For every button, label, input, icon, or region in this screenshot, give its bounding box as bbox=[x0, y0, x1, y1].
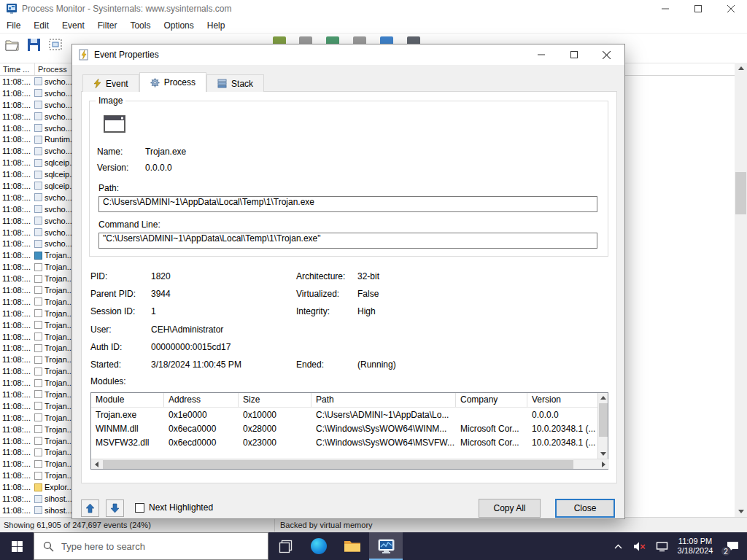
tab-stack-label: Stack bbox=[231, 79, 253, 89]
column-header-time[interactable]: Time ... bbox=[0, 63, 35, 75]
taskbar-clock[interactable]: 11:09 PM 3/18/2024 bbox=[673, 537, 718, 556]
event-time: 11:08:... bbox=[0, 437, 34, 446]
menu-item[interactable]: File bbox=[0, 18, 27, 33]
command-line-field[interactable]: "C:\Users\ADMINI~1\AppData\Local\Temp\1\… bbox=[98, 233, 597, 249]
process-icon bbox=[34, 368, 42, 376]
dialog-close-button[interactable] bbox=[590, 44, 623, 65]
edge-taskbar-button[interactable] bbox=[302, 532, 336, 560]
previous-event-button[interactable] bbox=[81, 499, 99, 517]
tab-stack[interactable]: Stack bbox=[206, 74, 264, 92]
process-icon bbox=[34, 252, 42, 260]
session-id-label: Session ID: bbox=[90, 306, 135, 316]
arrow-up-icon bbox=[85, 503, 95, 513]
virtualized-value: False bbox=[357, 289, 379, 299]
event-time: 11:08:... bbox=[0, 101, 34, 109]
path-column-header[interactable]: Path bbox=[311, 393, 456, 407]
process-icon bbox=[34, 124, 42, 132]
event-time: 11:08:... bbox=[0, 147, 34, 155]
module-row[interactable]: WINMM.dll 0x6eca0000 0x28000 C:\Windows\… bbox=[91, 421, 598, 435]
module-size: 0x23000 bbox=[239, 438, 311, 448]
scrollbar-thumb[interactable] bbox=[735, 172, 746, 214]
start-button[interactable] bbox=[0, 532, 34, 560]
ended-value: (Running) bbox=[357, 359, 396, 370]
file-explorer-taskbar-button[interactable] bbox=[336, 532, 369, 560]
close-button[interactable] bbox=[714, 0, 747, 18]
copy-all-button[interactable]: Copy All bbox=[479, 499, 541, 518]
taskbar-search[interactable] bbox=[34, 532, 268, 560]
modules-scroll-left-icon[interactable] bbox=[91, 459, 102, 470]
path-field[interactable]: C:\Users\ADMINI~1\AppData\Local\Temp\1\T… bbox=[98, 196, 597, 212]
volume-muted-icon bbox=[633, 541, 646, 552]
process-tab-panel: Image Name: Trojan.exe Version: 0.0.0.0 … bbox=[81, 91, 617, 483]
menu-item[interactable]: Options bbox=[157, 18, 200, 33]
modules-horizontal-scrollbar[interactable] bbox=[91, 459, 609, 469]
save-icon[interactable] bbox=[26, 38, 42, 52]
version-column-header[interactable]: Version bbox=[527, 393, 598, 407]
scroll-up-icon[interactable] bbox=[735, 63, 747, 74]
event-process-name: Trojan... bbox=[44, 425, 74, 434]
main-scrollbar[interactable] bbox=[735, 63, 747, 517]
menu-item[interactable]: Tools bbox=[123, 18, 157, 33]
event-process-name: Trojan... bbox=[44, 390, 74, 399]
procmon-icon bbox=[378, 539, 395, 554]
user-label: User: bbox=[90, 324, 112, 335]
dialog-minimize-button[interactable] bbox=[525, 44, 557, 65]
dialog-maximize-button[interactable] bbox=[557, 44, 590, 65]
menu-item[interactable]: Edit bbox=[27, 18, 55, 33]
event-process-name: Trojan... bbox=[44, 378, 74, 387]
event-process-name: svcho... bbox=[44, 147, 72, 155]
event-process-name: Trojan... bbox=[44, 298, 74, 306]
modules-label: Modules: bbox=[90, 376, 126, 386]
dialog-tabs: Event Process Stack bbox=[82, 72, 264, 92]
next-highlighted-checkbox[interactable] bbox=[135, 503, 144, 513]
event-time: 11:08:... bbox=[0, 135, 34, 144]
modules-scroll-up-icon[interactable] bbox=[598, 393, 608, 402]
event-time: 11:08:... bbox=[0, 77, 34, 86]
event-time: 11:08:... bbox=[0, 321, 34, 330]
module-row[interactable]: MSVFW32.dll 0x6ecd0000 0x23000 C:\Window… bbox=[91, 435, 598, 449]
maximize-button[interactable] bbox=[681, 0, 714, 18]
menu-item[interactable]: Event bbox=[55, 18, 91, 33]
tab-process[interactable]: Process bbox=[139, 72, 206, 92]
event-process-name: Explor... bbox=[44, 483, 74, 491]
action-center-button[interactable]: 2 bbox=[718, 532, 747, 560]
event-time: 11:08:... bbox=[0, 205, 34, 214]
event-time: 11:08:... bbox=[0, 112, 34, 121]
menu-item[interactable]: Help bbox=[201, 18, 232, 33]
next-event-button[interactable] bbox=[106, 499, 124, 517]
modules-hscrollbar-thumb[interactable] bbox=[103, 460, 573, 469]
modules-scroll-down-icon[interactable] bbox=[598, 449, 608, 459]
process-icon bbox=[34, 472, 42, 480]
modules-vertical-scrollbar[interactable] bbox=[597, 393, 608, 459]
image-group-label: Image bbox=[96, 96, 125, 106]
module-column-header[interactable]: Module bbox=[91, 393, 164, 407]
capture-icon[interactable] bbox=[48, 38, 64, 52]
show-hidden-icons-button[interactable] bbox=[607, 532, 629, 560]
procmon-taskbar-button[interactable] bbox=[369, 532, 403, 560]
menu-item[interactable]: Filter bbox=[91, 18, 124, 33]
main-titlebar: Process Monitor - Sysinternals: www.sysi… bbox=[0, 0, 747, 18]
size-column-header[interactable]: Size bbox=[239, 393, 311, 407]
company-column-header[interactable]: Company bbox=[456, 393, 527, 407]
scroll-down-icon[interactable] bbox=[735, 506, 747, 517]
open-file-icon[interactable] bbox=[4, 38, 20, 52]
volume-tray-button[interactable] bbox=[629, 532, 651, 560]
search-input[interactable] bbox=[61, 541, 251, 552]
module-address: 0x6eca0000 bbox=[164, 424, 239, 434]
command-line-label: Command Line: bbox=[98, 219, 160, 230]
integrity-value: High bbox=[357, 306, 376, 316]
network-icon bbox=[656, 541, 668, 552]
modules-scroll-right-icon[interactable] bbox=[598, 459, 609, 470]
event-time: 11:08:... bbox=[0, 251, 34, 260]
virtualized-label: Virtualized: bbox=[296, 289, 339, 299]
process-icon bbox=[34, 390, 42, 398]
module-row[interactable]: Trojan.exe 0x1e0000 0x10000 C:\Users\ADM… bbox=[91, 408, 598, 421]
tab-event[interactable]: Event bbox=[82, 74, 139, 92]
modules-scrollbar-thumb[interactable] bbox=[599, 403, 608, 437]
task-view-button[interactable] bbox=[268, 532, 302, 560]
address-column-header[interactable]: Address bbox=[164, 393, 239, 407]
close-dialog-button[interactable]: Close bbox=[555, 499, 615, 518]
event-process-name: svcho... bbox=[44, 77, 72, 86]
network-tray-button[interactable] bbox=[651, 532, 673, 560]
minimize-button[interactable] bbox=[649, 0, 681, 18]
